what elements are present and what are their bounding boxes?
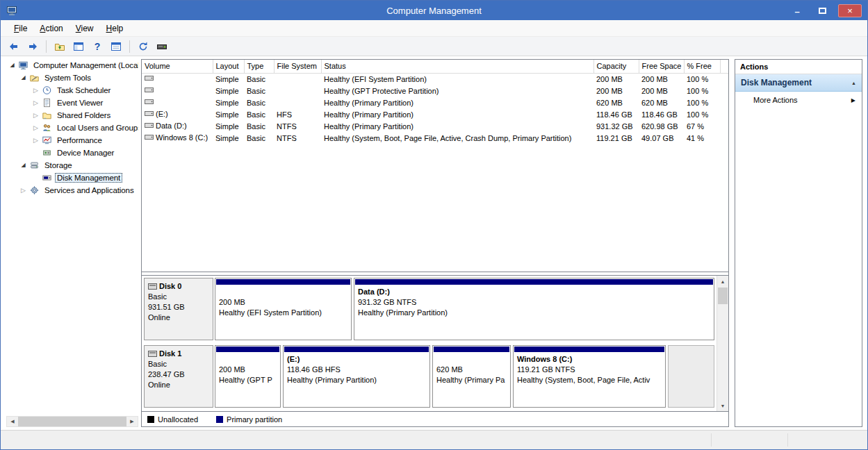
tree-item-task-scheduler[interactable]: ▷ Task Scheduler bbox=[6, 84, 138, 97]
collapse-chevron-icon[interactable]: ▲ bbox=[851, 81, 856, 85]
tree-item-computer-management[interactable]: ◢ Computer Management (Local bbox=[6, 59, 138, 72]
cell-status: Healthy (System, Boot, Page File, Active… bbox=[321, 132, 593, 144]
expand-arrow-icon[interactable]: ◢ bbox=[19, 159, 28, 172]
tree-item-system-tools[interactable]: ◢ System Tools bbox=[6, 72, 138, 84]
collapse-arrow-icon[interactable]: ▷ bbox=[31, 122, 40, 134]
partition-name bbox=[433, 354, 510, 365]
show-console-tree-button[interactable] bbox=[71, 39, 86, 54]
back-arrow-icon bbox=[8, 41, 19, 52]
expand-arrow-icon[interactable]: ◢ bbox=[19, 72, 28, 84]
column-header-status[interactable]: Status bbox=[321, 60, 593, 73]
column-header-layout[interactable]: Layout bbox=[213, 60, 244, 73]
tree-item-disk-management[interactable]: Disk Management bbox=[6, 172, 138, 184]
collapse-arrow-icon[interactable]: ▷ bbox=[31, 109, 40, 122]
scroll-left-icon[interactable]: ◀ bbox=[7, 417, 18, 426]
volume-row-windows8-c[interactable]: Windows 8 (C:) Simple Basic NTFS Healthy… bbox=[142, 132, 728, 144]
cell-capacity: 931.32 GB bbox=[593, 120, 639, 132]
tree-item-device-manager[interactable]: Device Manager bbox=[6, 147, 138, 159]
volume-row-620mb[interactable]: Simple Basic Healthy (Primary Partition)… bbox=[142, 97, 728, 108]
folder-up-icon bbox=[54, 41, 65, 52]
column-header-volume[interactable]: Volume bbox=[142, 60, 213, 73]
column-header-file-system[interactable]: File System bbox=[274, 60, 321, 73]
disk-tool-icon bbox=[156, 41, 167, 52]
collapse-arrow-icon[interactable]: ▷ bbox=[31, 84, 40, 97]
cell-pct-free: 41 % bbox=[684, 132, 720, 144]
cell-pct-free: 100 % bbox=[684, 73, 720, 85]
clock-icon bbox=[42, 85, 53, 96]
disk-1-partitions: 200 MB Healthy (GPT P (E:) 118.46 GB HFS… bbox=[215, 345, 714, 408]
disk-name: Disk 0 bbox=[159, 281, 181, 292]
maximize-button[interactable] bbox=[813, 4, 831, 17]
scrollbar-thumb[interactable] bbox=[718, 288, 728, 304]
volume-row-e[interactable]: (E:) Simple Basic HFS Healthy (Primary P… bbox=[142, 108, 728, 120]
forward-button[interactable] bbox=[25, 39, 40, 54]
volume-row-gpt-protective[interactable]: Simple Basic Healthy (GPT Protective Par… bbox=[142, 85, 728, 97]
tree-item-shared-folders[interactable]: ▷ Shared Folders bbox=[6, 109, 138, 122]
scrollbar-track[interactable] bbox=[717, 287, 728, 400]
actions-group-disk-management[interactable]: Disk Management ▲ bbox=[735, 74, 862, 92]
partition-gpt-protective[interactable]: 200 MB Healthy (GPT P bbox=[215, 345, 281, 408]
expand-arrow-icon[interactable]: ◢ bbox=[8, 59, 17, 72]
partition-efi-system[interactable]: 200 MB Healthy (EFI System Partition) bbox=[215, 278, 352, 340]
scroll-right-icon[interactable]: ▶ bbox=[126, 417, 138, 426]
cell-file-system: NTFS bbox=[274, 132, 321, 144]
tree-item-local-users-and-groups[interactable]: ▷ Local Users and Groups bbox=[6, 122, 138, 134]
tree-horizontal-scrollbar[interactable]: ◀ ▶ bbox=[6, 416, 138, 427]
partition-name: Data (D:) bbox=[354, 287, 714, 297]
tree-item-storage[interactable]: ◢ Storage bbox=[6, 159, 138, 172]
close-button[interactable]: × bbox=[838, 4, 862, 17]
tree-item-label: Device Manager bbox=[55, 148, 116, 158]
column-header-pct-free[interactable]: % Free bbox=[684, 60, 720, 73]
tree-item-label: System Tools bbox=[42, 73, 93, 83]
more-actions-item[interactable]: More Actions ▶ bbox=[735, 92, 862, 108]
menu-view[interactable]: View bbox=[69, 22, 100, 35]
partition-windows8-c[interactable]: Windows 8 (C:) 119.21 GB NTFS Healthy (S… bbox=[513, 345, 666, 408]
menu-file[interactable]: File bbox=[8, 22, 33, 35]
unallocated-swatch bbox=[147, 416, 154, 423]
disk-tool-button[interactable] bbox=[154, 39, 170, 54]
disk-0-label[interactable]: Disk 0 Basic 931.51 GB Online bbox=[144, 278, 213, 340]
partition-e[interactable]: (E:) 118.46 GB HFS Healthy (Primary Part… bbox=[283, 345, 430, 408]
refresh-icon bbox=[138, 41, 149, 52]
tree-item-label-selected: Disk Management bbox=[55, 173, 122, 183]
cell-layout: Simple bbox=[213, 132, 244, 144]
help-button[interactable]: ? bbox=[90, 39, 105, 54]
disk-icon bbox=[148, 350, 157, 358]
primary-partition-color-bar bbox=[355, 279, 713, 285]
volume-list: Volume Layout Type File System Status Ca… bbox=[142, 60, 728, 272]
tree-item-services-and-applications[interactable]: ▷ Services and Applications bbox=[6, 184, 138, 197]
refresh-button[interactable] bbox=[136, 39, 151, 54]
minimize-button[interactable]: – bbox=[788, 4, 806, 17]
column-header-type[interactable]: Type bbox=[244, 60, 274, 73]
volume-table: Volume Layout Type File System Status Ca… bbox=[142, 60, 728, 144]
volume-row-data-d[interactable]: Data (D:) Simple Basic NTFS Healthy (Pri… bbox=[142, 120, 728, 132]
system-tools-icon bbox=[29, 73, 40, 83]
cell-volume bbox=[142, 85, 213, 97]
column-header-capacity[interactable]: Capacity bbox=[593, 60, 639, 73]
up-level-button[interactable] bbox=[52, 39, 67, 54]
collapse-arrow-icon[interactable]: ▷ bbox=[31, 97, 40, 109]
cell-free-space: 49.07 GB bbox=[639, 132, 684, 144]
collapse-arrow-icon[interactable]: ▷ bbox=[19, 184, 28, 197]
legend-primary-partition: Primary partition bbox=[216, 415, 282, 424]
scroll-up-icon[interactable]: ▲ bbox=[717, 276, 728, 287]
volume-row-efi[interactable]: Simple Basic Healthy (EFI System Partiti… bbox=[142, 73, 728, 85]
graph-vertical-scrollbar[interactable]: ▲ ▼ bbox=[716, 276, 728, 411]
volume-icon bbox=[145, 74, 154, 83]
partition-data-d[interactable]: Data (D:) 931.32 GB NTFS Healthy (Primar… bbox=[354, 278, 714, 340]
collapse-arrow-icon[interactable]: ▷ bbox=[31, 134, 40, 147]
scrollbar-thumb[interactable] bbox=[18, 417, 126, 426]
menu-action[interactable]: Action bbox=[33, 22, 69, 35]
column-header-free-space[interactable]: Free Space bbox=[639, 60, 684, 73]
back-button[interactable] bbox=[6, 39, 22, 54]
tree-item-performance[interactable]: ▷ Performance bbox=[6, 134, 138, 147]
cell-volume: Windows 8 (C:) bbox=[142, 132, 213, 144]
properties-button[interactable] bbox=[108, 39, 124, 54]
partition-620mb[interactable]: 620 MB Healthy (Primary Pa bbox=[432, 345, 511, 408]
tree-item-event-viewer[interactable]: ▷ Event Viewer bbox=[6, 97, 138, 109]
app-icon bbox=[6, 5, 17, 16]
status-bar bbox=[1, 430, 867, 449]
scroll-down-icon[interactable]: ▼ bbox=[717, 400, 728, 411]
disk-1-label[interactable]: Disk 1 Basic 238.47 GB Online bbox=[144, 345, 213, 408]
menu-help[interactable]: Help bbox=[100, 22, 130, 35]
